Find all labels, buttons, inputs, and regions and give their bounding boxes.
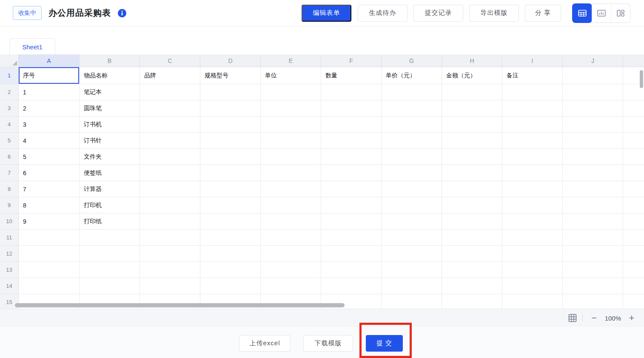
cell-J1[interactable] <box>563 67 623 84</box>
cell-G2[interactable] <box>382 84 442 100</box>
grid-toggle-icon[interactable] <box>568 313 577 323</box>
vertical-scrollbar[interactable] <box>640 70 643 88</box>
share-button[interactable]: 分 享 <box>525 5 561 22</box>
cell-C2[interactable] <box>140 84 200 100</box>
cell-J9[interactable] <box>563 197 623 213</box>
cell-H4[interactable] <box>442 116 502 133</box>
cell-F6[interactable] <box>321 149 382 165</box>
row-header-10[interactable]: 10 <box>0 213 19 230</box>
cell-H9[interactable] <box>442 197 502 213</box>
cell-J8[interactable] <box>563 181 623 197</box>
cell-E4[interactable] <box>261 116 321 133</box>
row-header-7[interactable]: 7 <box>0 165 19 181</box>
cell-A14[interactable] <box>19 278 80 294</box>
cell-H5[interactable] <box>442 133 502 149</box>
cell-I6[interactable] <box>502 149 563 165</box>
export-template-button[interactable]: 导出模版 <box>469 5 519 22</box>
row-header-11[interactable]: 11 <box>0 230 19 246</box>
download-template-button[interactable]: 下载模版 <box>303 335 353 352</box>
cell-B13[interactable] <box>80 262 140 278</box>
cell-G14[interactable] <box>382 278 442 294</box>
cell-I7[interactable] <box>502 165 563 181</box>
cell-D13[interactable] <box>200 262 261 278</box>
cell-G12[interactable] <box>382 246 442 262</box>
cell-H2[interactable] <box>442 84 502 100</box>
cell-C7[interactable] <box>140 165 200 181</box>
column-header-G[interactable]: G <box>382 54 442 67</box>
cell-I15[interactable] <box>502 294 563 309</box>
cell-B11[interactable] <box>80 230 140 246</box>
cell-F1[interactable]: 数量 <box>321 67 382 84</box>
cell-D10[interactable] <box>200 213 261 230</box>
cell-J5[interactable] <box>563 133 623 149</box>
cell-F12[interactable] <box>321 246 382 262</box>
cell-J3[interactable] <box>563 100 623 116</box>
cell-A11[interactable] <box>19 230 80 246</box>
cell-A3[interactable]: 2 <box>19 100 80 116</box>
cell-G1[interactable]: 单价（元） <box>382 67 442 84</box>
cell-E8[interactable] <box>261 181 321 197</box>
cell-J13[interactable] <box>563 262 623 278</box>
cell-A2[interactable]: 1 <box>19 84 80 100</box>
cell-H1[interactable]: 金额（元） <box>442 67 502 84</box>
cell-G7[interactable] <box>382 165 442 181</box>
submission-records-button[interactable]: 提交记录 <box>413 5 463 22</box>
cell-I14[interactable] <box>502 278 563 294</box>
cell-J11[interactable] <box>563 230 623 246</box>
zoom-out-button[interactable]: − <box>589 313 600 323</box>
cell-G11[interactable] <box>382 230 442 246</box>
row-header-1[interactable]: 1 <box>0 67 19 84</box>
column-header-J[interactable]: J <box>563 54 623 67</box>
cell-A10[interactable]: 9 <box>19 213 80 230</box>
cell-F10[interactable] <box>321 213 382 230</box>
cell-J12[interactable] <box>563 246 623 262</box>
cell-D3[interactable] <box>200 100 261 116</box>
cell-A9[interactable]: 8 <box>19 197 80 213</box>
generate-todo-button[interactable]: 生成待办 <box>358 5 407 22</box>
cell-H3[interactable] <box>442 100 502 116</box>
row-header-6[interactable]: 6 <box>0 149 19 165</box>
cell-B9[interactable]: 打印机 <box>80 197 140 213</box>
cell-J15[interactable] <box>563 294 623 309</box>
cell-D4[interactable] <box>200 116 261 133</box>
cell-J14[interactable] <box>563 278 623 294</box>
cell-D1[interactable]: 规格型号 <box>200 67 261 84</box>
cell-F11[interactable] <box>321 230 382 246</box>
cell-H8[interactable] <box>442 181 502 197</box>
cell-B12[interactable] <box>80 246 140 262</box>
cell-C12[interactable] <box>140 246 200 262</box>
cell-D2[interactable] <box>200 84 261 100</box>
cell-J6[interactable] <box>563 149 623 165</box>
cell-E5[interactable] <box>261 133 321 149</box>
cell-D9[interactable] <box>200 197 261 213</box>
cell-F5[interactable] <box>321 133 382 149</box>
cell-H6[interactable] <box>442 149 502 165</box>
layout-view-button[interactable] <box>611 3 630 23</box>
cell-G4[interactable] <box>382 116 442 133</box>
cell-A6[interactable]: 5 <box>19 149 80 165</box>
cell-A5[interactable]: 4 <box>19 133 80 149</box>
cell-A13[interactable] <box>19 262 80 278</box>
cell-H7[interactable] <box>442 165 502 181</box>
cell-I11[interactable] <box>502 230 563 246</box>
cell-B10[interactable]: 打印纸 <box>80 213 140 230</box>
cell-G10[interactable] <box>382 213 442 230</box>
cell-E7[interactable] <box>261 165 321 181</box>
cell-B8[interactable]: 计算器 <box>80 181 140 197</box>
cell-E10[interactable] <box>261 213 321 230</box>
cell-A12[interactable] <box>19 246 80 262</box>
cell-H11[interactable] <box>442 230 502 246</box>
row-header-4[interactable]: 4 <box>0 116 19 133</box>
cell-B2[interactable]: 笔记本 <box>80 84 140 100</box>
column-header-I[interactable]: I <box>502 54 563 67</box>
row-header-8[interactable]: 8 <box>0 181 19 197</box>
upload-excel-button[interactable]: 上传excel <box>239 335 291 352</box>
cell-A7[interactable]: 6 <box>19 165 80 181</box>
submit-button[interactable]: 提 交 <box>366 335 403 352</box>
cell-F3[interactable] <box>321 100 382 116</box>
cell-J2[interactable] <box>563 84 623 100</box>
row-header-12[interactable]: 12 <box>0 246 19 262</box>
cell-C13[interactable] <box>140 262 200 278</box>
cell-A4[interactable]: 3 <box>19 116 80 133</box>
cell-C3[interactable] <box>140 100 200 116</box>
